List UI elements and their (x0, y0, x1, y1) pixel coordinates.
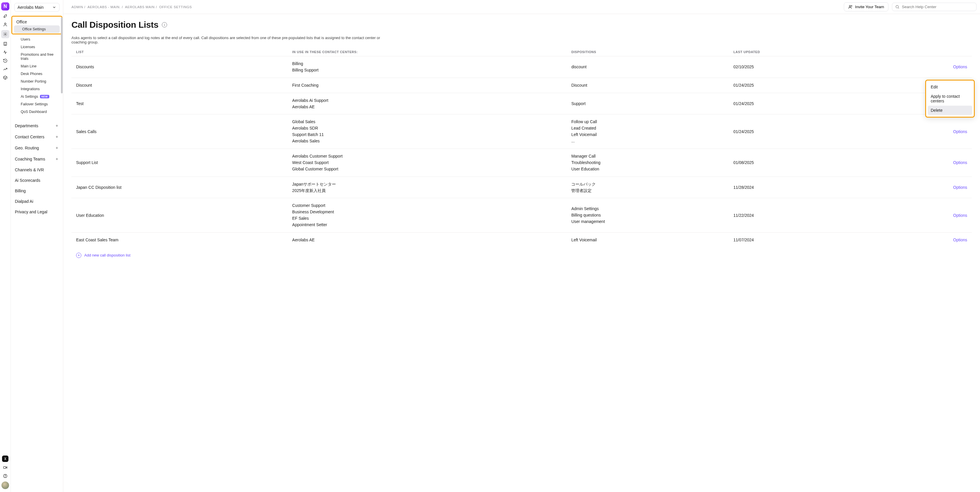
subnav-integrations[interactable]: Integrations (13, 85, 61, 93)
new-badge: NEW (40, 95, 49, 98)
avatar[interactable] (2, 481, 9, 489)
cell-list: Test (72, 93, 288, 114)
nav-contact-centers[interactable]: Contact Centers＋ (11, 131, 63, 142)
rocket-icon[interactable] (2, 13, 8, 19)
options-link[interactable]: Options (886, 129, 967, 134)
plus-icon[interactable]: ＋ (55, 157, 59, 162)
nav-ai-scorecards[interactable]: Ai Scorecards (11, 175, 63, 185)
subnav-ai-settings[interactable]: Ai SettingsNEW (13, 93, 61, 101)
user-plus-icon (848, 5, 853, 9)
subnav-qos[interactable]: QoS Dashboard (13, 108, 61, 115)
plus-icon[interactable]: ＋ (55, 145, 59, 150)
table-row: User EducationCustomer SupportBusiness D… (72, 198, 972, 233)
add-disposition-list-button[interactable]: + Add new call disposition list (72, 253, 972, 258)
subnav-failover[interactable]: Failover Settings (13, 101, 61, 108)
nav-coaching-teams[interactable]: Coaching Teams＋ (11, 153, 63, 165)
sidebar: Aerolabs Main Office Office Settings Use… (11, 0, 63, 492)
building-icon[interactable] (2, 41, 8, 47)
subnav-desk-phones[interactable]: Desk Phones (13, 70, 61, 78)
plus-icon[interactable]: ＋ (55, 134, 59, 139)
plus-icon[interactable]: ＋ (55, 123, 59, 128)
topbar: ADMIN/ AEROLABS - MAIN./ AEROLABS MAIN/ … (63, 0, 980, 14)
subnav-users[interactable]: Users (13, 35, 61, 43)
cell-contact-centers: BillingBilling Support (288, 56, 566, 78)
crumb-admin[interactable]: ADMIN (72, 5, 83, 9)
cell-dispositions: Manager CallTroubleshootingUser Educatio… (566, 149, 729, 177)
nav-privacy-legal[interactable]: Privacy and Legal (11, 207, 63, 217)
page-description: Asks agents to select a call disposition… (72, 35, 392, 44)
crumb-workspace[interactable]: AEROLABS MAIN (125, 5, 155, 9)
help-icon[interactable] (2, 473, 8, 479)
history-icon[interactable] (2, 58, 8, 64)
cell-list: User Education (72, 198, 288, 233)
cell-date: 02/10/2025 (729, 56, 882, 78)
table-row: DiscountsBillingBilling Supportdiscount0… (72, 56, 972, 78)
video-icon[interactable] (2, 465, 8, 470)
cell-list: Discount (72, 78, 288, 93)
table-row: Support ListAerolabs Customer SupportWes… (72, 149, 972, 177)
menu-delete[interactable]: Delete (928, 105, 972, 115)
trend-icon[interactable] (2, 66, 8, 72)
menu-apply[interactable]: Apply to contact centers (928, 92, 972, 105)
nav-geo-routing[interactable]: Geo. Routing＋ (11, 142, 63, 153)
cell-dispositions: コールバック管理者設定 (566, 177, 729, 198)
nav-departments[interactable]: Departments＋ (11, 120, 63, 131)
subnav-office-settings[interactable]: Office Settings (14, 26, 60, 33)
nav-channels-ivr[interactable]: Channels & IVR (11, 165, 63, 175)
subnav-licenses[interactable]: Licenses (13, 43, 61, 51)
options-link[interactable]: Options (886, 64, 967, 69)
cell-contact-centers: Customer SupportBusiness DevelopmentEF S… (288, 198, 566, 233)
subnav-promotions[interactable]: Promotions and free trials (13, 51, 61, 62)
svg-point-1 (5, 34, 6, 35)
cell-list: Sales Calls (72, 114, 288, 149)
cell-contact-centers: Aerolabs Ai SupportAerolabs AE (288, 93, 566, 114)
sidebar-section-office[interactable]: Office (12, 17, 62, 26)
cell-dispositions: Support (566, 93, 729, 114)
svg-point-5 (5, 477, 5, 477)
cell-date: 01/08/2025 (729, 149, 882, 177)
package-icon[interactable] (2, 75, 8, 81)
table-row: Japan CC Disposition listJapanサポートセンター20… (72, 177, 972, 198)
search-input[interactable] (902, 5, 973, 9)
options-link[interactable]: Options (886, 185, 967, 190)
table-row: Sales CallsGlobal SalesAerolabs SDRSuppo… (72, 114, 972, 149)
workspace-switcher[interactable]: Aerolabs Main (14, 3, 59, 12)
menu-edit[interactable]: Edit (928, 82, 972, 92)
cell-date: 01/24/2025 (729, 114, 882, 149)
info-icon[interactable]: i (162, 22, 167, 27)
cell-list: Japan CC Disposition list (72, 177, 288, 198)
cell-list: Support List (72, 149, 288, 177)
options-link[interactable]: Options (886, 213, 967, 218)
cell-dispositions: Follow up CallLead CreatedLeft Voicemail… (566, 114, 729, 149)
cell-dispositions: discount (566, 56, 729, 78)
subnav-number-porting[interactable]: Number Porting (13, 78, 61, 85)
cell-contact-centers: Global SalesAerolabs SDRSupport Batch 11… (288, 114, 566, 149)
crumb-page: OFFICE SETTINGS (159, 5, 192, 9)
subnav-main-line[interactable]: Main Line (13, 62, 61, 70)
nav-dialpad-ai[interactable]: Dialpad Ai (11, 196, 63, 207)
user-icon[interactable] (2, 22, 8, 27)
activity-icon[interactable] (2, 50, 8, 55)
cell-list: East Coast Sales Team (72, 233, 288, 248)
cell-date: 11/22/2024 (729, 198, 882, 233)
search-help[interactable] (892, 3, 977, 11)
cell-dispositions: Discount (566, 78, 729, 93)
cell-contact-centers: Aerolabs Customer SupportWest Coast Supp… (288, 149, 566, 177)
svg-point-0 (4, 23, 6, 24)
cell-date: 01/24/2025 (729, 78, 882, 93)
invite-team-button[interactable]: Invite Your Team (844, 2, 888, 11)
th-in-use: IN USE IN THESE CONTACT CENTERS: (288, 48, 566, 56)
workspace-name: Aerolabs Main (18, 5, 44, 10)
gear-icon[interactable] (1, 30, 10, 38)
sidebar-scrollbar[interactable] (60, 14, 63, 486)
crumb-org[interactable]: AEROLABS - MAIN. (88, 5, 121, 9)
nav-billing[interactable]: Billing (11, 185, 63, 196)
app-logo[interactable]: N (1, 2, 10, 11)
page-title: Call Disposition Lists (72, 20, 158, 30)
disposition-table: LIST IN USE IN THESE CONTACT CENTERS: DI… (72, 48, 972, 248)
cell-contact-centers: Japanサポートセンター2025年度新入社員 (288, 177, 566, 198)
th-dispositions: DISPOSITIONS (566, 48, 729, 56)
options-link[interactable]: Options (886, 160, 967, 165)
options-link[interactable]: Options (886, 238, 967, 242)
ai-badge-icon[interactable] (2, 455, 8, 462)
